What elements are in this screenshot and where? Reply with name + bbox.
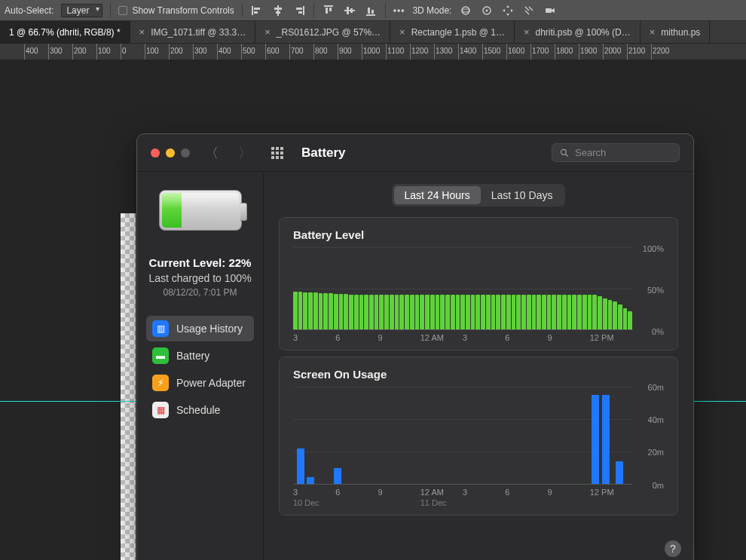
svg-rect-5 [276, 11, 280, 14]
transparent-canvas-edge [121, 213, 136, 560]
svg-rect-22 [546, 8, 552, 13]
svg-rect-16 [368, 8, 370, 14]
window-title: Battery [301, 145, 346, 161]
show-all-icon[interactable] [271, 147, 283, 159]
document-tab[interactable]: ×_RS01612.JPG @ 57%… [255, 21, 390, 43]
zoom-icon[interactable] [181, 148, 190, 158]
svg-point-18 [462, 7, 469, 14]
close-tab-icon[interactable]: × [524, 26, 530, 38]
close-tab-icon[interactable]: × [650, 26, 656, 38]
svg-point-23 [561, 149, 567, 155]
battery-level-card: Battery Level 100%50%0% 36912 AM36912 PM [279, 217, 678, 350]
svg-rect-4 [274, 8, 282, 10]
tab-label: 1 @ 66.7% (dhriti, RGB/8) * [9, 27, 121, 38]
calendar-icon: ▦ [152, 402, 169, 418]
sidebar-item-label: Battery [176, 350, 209, 362]
align-right-icon[interactable] [292, 4, 306, 17]
svg-rect-10 [326, 8, 328, 14]
3d-orbit-icon[interactable] [459, 4, 472, 17]
3d-slide-icon[interactable] [522, 4, 536, 17]
nav-forward-button: 〉 [234, 144, 256, 162]
svg-rect-1 [254, 8, 260, 10]
screen-on-title: Screen On Usage [293, 368, 664, 381]
close-tab-icon[interactable]: × [399, 26, 405, 38]
3d-mode-label: 3D Mode: [412, 5, 451, 16]
horizontal-ruler: 4003002001000100200300400500600700800900… [0, 44, 746, 60]
chart-icon: ▥ [152, 320, 169, 337]
align-top-icon[interactable] [322, 4, 335, 17]
document-tab[interactable]: 1 @ 66.7% (dhriti, RGB/8) * [0, 21, 130, 43]
close-icon[interactable] [151, 148, 160, 158]
battery-preferences-window: 〈 〉 Battery Current Level: 22% Last char… [136, 133, 694, 560]
align-hcenter-icon[interactable] [271, 4, 285, 17]
autoselect-label: Auto-Select: [5, 5, 54, 16]
3d-camera-icon[interactable] [543, 4, 557, 17]
close-tab-icon[interactable]: × [264, 26, 271, 38]
3d-pan-icon[interactable] [501, 4, 515, 17]
nav-back-button[interactable]: 〈 [200, 144, 223, 162]
search-field[interactable] [552, 143, 680, 162]
svg-rect-6 [303, 6, 304, 15]
charge-timestamp: 08/12/20, 7:01 PM [148, 287, 251, 298]
sidebar-item-label: Power Adapter [176, 377, 246, 389]
svg-rect-3 [277, 5, 279, 16]
svg-rect-8 [298, 11, 302, 14]
battery-graphic [159, 190, 242, 231]
layer-select[interactable]: Layer [61, 4, 102, 17]
sidebar-item-power-adapter[interactable]: ⚡︎Power Adapter [146, 370, 254, 396]
bolt-icon: ⚡︎ [152, 375, 169, 391]
sidebar-item-label: Usage History [176, 323, 243, 335]
segment-24h[interactable]: Last 24 Hours [394, 186, 481, 204]
svg-rect-9 [324, 5, 333, 7]
help-button[interactable]: ? [665, 540, 681, 557]
document-tab[interactable]: ×dhriti.psb @ 100% (D… [515, 21, 641, 43]
current-level-label: Current Level: 22% [148, 256, 251, 269]
align-bottom-icon[interactable] [364, 4, 378, 17]
minimize-icon[interactable] [166, 148, 175, 158]
battery-level-title: Battery Level [293, 228, 664, 241]
content-pane: Last 24 Hours Last 10 Days Battery Level… [264, 172, 693, 560]
document-tab[interactable]: ×mithun.ps [641, 21, 711, 43]
tab-label: mithun.ps [661, 27, 700, 38]
sidebar-item-label: Schedule [176, 404, 220, 416]
document-tabs: 1 @ 66.7% (dhriti, RGB/8) *×IMG_1071.tif… [0, 21, 746, 44]
search-input[interactable] [575, 147, 671, 158]
screen-on-chart [293, 387, 632, 485]
traffic-lights [151, 148, 190, 158]
align-vcenter-icon[interactable] [343, 4, 356, 17]
battery-level-chart [293, 247, 632, 330]
more-options-icon[interactable]: ••• [393, 5, 405, 16]
tab-label: _RS01612.JPG @ 57%… [277, 27, 381, 38]
sidebar: Current Level: 22% Last charged to 100% … [137, 172, 264, 560]
sidebar-item-usage-history[interactable]: ▥Usage History [146, 316, 254, 341]
svg-line-24 [566, 154, 568, 156]
last-charged-label: Last charged to 100% [148, 272, 251, 284]
svg-rect-7 [296, 8, 302, 10]
svg-point-19 [462, 9, 469, 12]
close-tab-icon[interactable]: × [139, 26, 145, 38]
svg-rect-17 [371, 10, 374, 14]
svg-rect-11 [329, 8, 332, 11]
tab-label: Rectangle 1.psb @ 1… [411, 27, 505, 38]
tab-label: IMG_1071.tiff @ 33.3… [151, 27, 246, 38]
time-range-segmented: Last 24 Hours Last 10 Days [279, 184, 678, 207]
svg-rect-0 [252, 6, 253, 15]
svg-rect-14 [350, 8, 353, 13]
screen-on-card: Screen On Usage 60m40m20m0m 36912 AM3691… [279, 357, 678, 516]
show-transform-checkbox[interactable]: Show Transform Controls [118, 5, 234, 16]
window-titlebar[interactable]: 〈 〉 Battery [137, 134, 693, 172]
3d-roll-icon[interactable] [480, 4, 494, 17]
segment-10d[interactable]: Last 10 Days [481, 186, 564, 204]
photoshop-options-bar: Auto-Select: Layer Show Transform Contro… [0, 0, 746, 21]
search-icon [560, 148, 569, 158]
sidebar-item-schedule[interactable]: ▦Schedule [146, 397, 254, 423]
sidebar-item-battery[interactable]: ▬Battery [146, 343, 254, 369]
tab-label: dhriti.psb @ 100% (D… [536, 27, 631, 38]
document-tab[interactable]: ×IMG_1071.tiff @ 33.3… [130, 21, 256, 43]
canvas-area: 〈 〉 Battery Current Level: 22% Last char… [0, 60, 746, 560]
svg-rect-13 [347, 7, 349, 14]
svg-rect-2 [254, 11, 258, 14]
align-left-icon[interactable] [250, 4, 264, 17]
document-tab[interactable]: ×Rectangle 1.psb @ 1… [390, 21, 515, 43]
battery-icon: ▬ [152, 347, 169, 364]
